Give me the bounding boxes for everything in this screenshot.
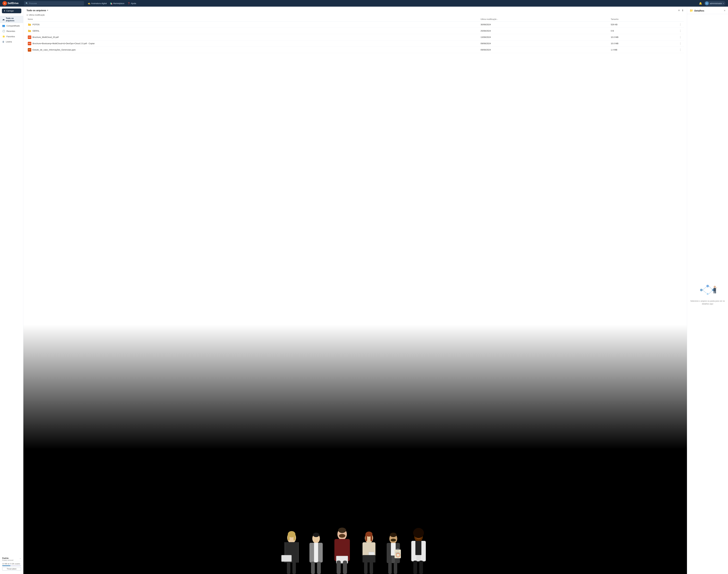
breadcrumb-label: Todo os arquivos [27, 9, 46, 12]
file-name: GERAL [33, 30, 39, 32]
workspace-chevron-icon: ⌃ [20, 558, 21, 560]
file-more-button[interactable]: ⋮ [678, 48, 683, 52]
breadcrumb-chevron-icon: ▾ [47, 9, 48, 11]
file-modified: 25/08/2024 [479, 28, 610, 34]
nav-marketplace[interactable]: 🛍️ Marketplace [110, 2, 124, 5]
workspace-row[interactable]: Padrão Espaço pessoal ⌃ [0, 556, 23, 561]
file-name-cell: PDF Brochure+Bootcamp+MultiCloud+&+DevOp… [28, 42, 478, 45]
sidebar-label-favorites: Favoritos [6, 35, 15, 38]
user-chip[interactable]: A administrador ▾ [704, 1, 725, 6]
sidebar: ⬆ Carregar ☁ Todo os arquivos 👥 Comparti… [0, 7, 23, 574]
workspace-name: Padrão [2, 557, 13, 559]
col-name[interactable]: Nome [27, 17, 479, 22]
sidebar-label-recent: Recentes [6, 30, 15, 32]
logo-text: SelfDrive [8, 2, 18, 5]
pdf-icon: PDF [28, 42, 31, 45]
nav-help[interactable]: ❓ Ajuda [127, 2, 136, 5]
nav-marketplace-label: Marketplace [113, 2, 124, 5]
file-size: 10.0 MB [609, 40, 677, 47]
favorites-icon: ⭐ [2, 35, 5, 38]
top-navigation: S SelfDrive 🔍 ✍️ Assinatura digital 🛍️ M… [0, 0, 728, 7]
nav-signature-label: Assinatura digital [91, 2, 107, 5]
file-name: FOTOS [33, 23, 40, 26]
logo[interactable]: S SelfDrive [3, 1, 22, 5]
details-illustration [698, 283, 717, 297]
file-more-button[interactable]: ⋮ [678, 35, 683, 39]
file-more-button[interactable]: ⋮ [678, 23, 683, 26]
file-name-cell: GERAL [28, 29, 478, 33]
upload-button[interactable]: ⬆ Carregar [2, 8, 21, 13]
file-name: Brochure_MultiCloud_20.pdf [33, 36, 59, 38]
file-table: Nome Ultima modificação ↓ Tamanho [27, 17, 684, 53]
details-header: 📁 Detalhes × [687, 7, 728, 14]
nav-digital-signature[interactable]: ✍️ Assinatura digital [88, 2, 107, 5]
svg-line-66 [702, 287, 706, 290]
file-area: ≡ Ultima modificação Nome Ultima modific… [23, 12, 687, 574]
help-icon: ❓ [127, 2, 130, 5]
sort-row[interactable]: ≡ Ultima modificação [27, 12, 684, 17]
notification-bell-icon[interactable]: 🔔 [699, 2, 702, 5]
details-body: Selecione o arquivo ou pasta para ver os… [687, 14, 728, 574]
svg-line-67 [702, 290, 706, 293]
close-details-button[interactable]: × [724, 9, 725, 12]
file-modified: 09/08/2024 [479, 40, 610, 47]
file-size: 0 B [609, 28, 677, 34]
nav-help-label: Ajuda [131, 2, 136, 5]
search-input[interactable] [29, 2, 82, 5]
file-more-button[interactable]: ⋮ [678, 29, 683, 33]
table-row[interactable]: PDF Brochure_MultiCloud_20.pdf 13/08/202… [27, 34, 684, 40]
svg-point-64 [707, 293, 708, 295]
file-name-cell: PDF Brochure_MultiCloud_20.pdf [28, 36, 478, 39]
folder-icon [28, 29, 31, 33]
details-title-row: 📁 Detalhes [690, 9, 704, 12]
table-row[interactable]: FOTOS 30/08/2024 529 KB ⋮ [27, 22, 684, 28]
table-row[interactable]: PDF Brochure+Bootcamp+MultiCloud+&+DevOp… [27, 40, 684, 47]
sidebar-nav: ☁ Todo os arquivos 👥 Compartilhado 🕐 Rec… [0, 16, 23, 556]
sidebar-item-trash[interactable]: 🗑 Lixeira [0, 39, 23, 44]
storage-bar [2, 565, 21, 566]
sidebar-item-recent[interactable]: 🕐 Recentes [0, 29, 23, 34]
avatar: A [705, 1, 709, 5]
trash-icon: 🗑 [2, 40, 5, 43]
svg-point-70 [714, 286, 716, 288]
table-row[interactable]: PPT Estudo_de_caso_Informações_Gerenciai… [27, 47, 684, 53]
svg-rect-73 [714, 291, 715, 293]
details-panel: 📁 Detalhes × [687, 7, 728, 574]
svg-line-68 [709, 286, 712, 289]
col-modified[interactable]: Ultima modificação ↓ [479, 17, 610, 22]
file-name: Estudo_de_caso_Informações_Gerenciais.pp… [33, 49, 76, 51]
svg-point-63 [706, 285, 709, 287]
change-plan-button[interactable]: Trocar plano [2, 567, 21, 571]
svg-point-62 [700, 289, 702, 291]
storage-bar-fill [2, 565, 10, 566]
recent-icon: 🕐 [2, 30, 5, 33]
info-view-button[interactable]: ℹ [682, 8, 684, 12]
col-size[interactable]: Tamanho [609, 17, 677, 22]
svg-line-69 [709, 291, 712, 294]
file-modified: 09/08/2024 [479, 47, 610, 53]
details-title: Detalhes [694, 9, 704, 12]
table-row[interactable]: GERAL 25/08/2024 0 B ⋮ [27, 28, 684, 34]
file-size: 529 KB [609, 22, 677, 28]
search-bar[interactable]: 🔍 [24, 1, 84, 5]
details-hint: Selecione o arquivo ou pasta para ver os… [690, 300, 725, 305]
workspace-info: Padrão Espaço pessoal [2, 557, 13, 561]
main-content: Todo os arquivos ▾ ≡ ℹ ≡ Ultima modifica… [23, 7, 687, 574]
shared-icon: 👥 [2, 24, 5, 27]
file-more-button[interactable]: ⋮ [678, 42, 683, 45]
search-icon: 🔍 [26, 2, 28, 5]
svg-line-72 [716, 287, 717, 289]
breadcrumb[interactable]: Todo os arquivos ▾ [27, 9, 48, 12]
file-name-cell: FOTOS [28, 23, 478, 26]
svg-rect-74 [715, 291, 716, 293]
view-controls: ≡ ℹ [678, 8, 684, 12]
workspace-sub: Espaço pessoal [2, 559, 13, 561]
svg-rect-71 [714, 288, 716, 291]
details-folder-icon: 📁 [690, 9, 693, 12]
file-size: 1.4 MB [609, 47, 677, 53]
sidebar-item-all-files[interactable]: ☁ Todo os arquivos [0, 16, 23, 23]
sidebar-item-favorites[interactable]: ⭐ Favoritos [0, 34, 23, 39]
list-view-button[interactable]: ≡ [678, 8, 680, 12]
sidebar-label-shared: Compartilhado [6, 25, 20, 27]
sidebar-item-shared[interactable]: 👥 Compartilhado [0, 23, 23, 29]
